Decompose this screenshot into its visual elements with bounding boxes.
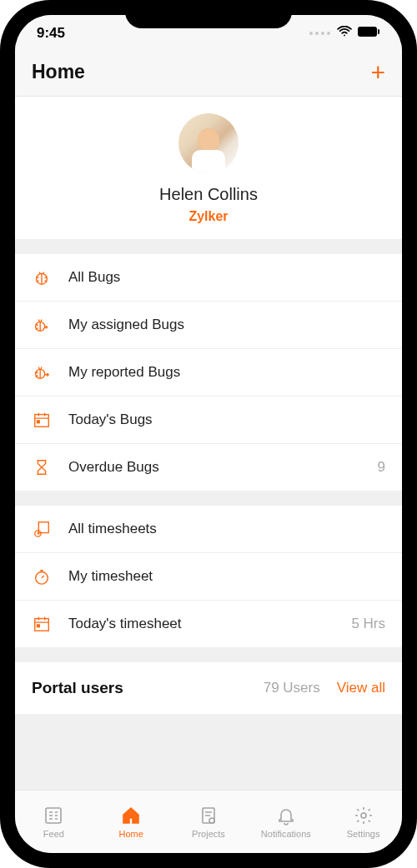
tab-label: Settings [347,829,380,839]
calendar-icon [32,614,52,634]
list-item-all-bugs[interactable]: All Bugs [15,254,402,302]
header-bar: Home + [15,52,402,97]
bug-assigned-icon [32,315,52,335]
tab-label: Notifications [261,829,311,839]
page-title: Home [32,61,85,83]
content-area: Helen Collins Zylker All Bugs My assigne… [15,97,402,790]
list-item-my-reported-bugs[interactable]: My reported Bugs [15,349,402,397]
list-label: My timesheet [68,568,385,585]
feed-icon [43,805,64,826]
tab-feed[interactable]: Feed [15,791,93,853]
svg-rect-11 [38,625,40,627]
list-badge: 9 [378,459,385,476]
section-gap [15,491,402,506]
tab-notifications[interactable]: Notifications [247,791,324,853]
svg-rect-12 [46,808,61,823]
gear-icon [353,805,374,826]
calendar-icon [32,410,52,430]
tab-projects[interactable]: Projects [170,791,248,853]
list-item-my-timesheet[interactable]: My timesheet [15,553,402,601]
portal-view-all-link[interactable]: View all [337,680,385,696]
list-label: Today's Bugs [68,412,385,428]
list-label: All timesheets [68,521,385,537]
svg-rect-0 [358,27,377,37]
portal-title: Portal users [32,679,264,697]
svg-point-15 [361,813,366,818]
wifi-icon [337,25,352,42]
list-label: All Bugs [68,269,385,286]
list-item-all-timesheets[interactable]: All timesheets [15,506,402,553]
bug-icon [32,267,52,287]
stopwatch-icon [32,566,52,586]
timesheets-section: All timesheets My timesheet Today's time… [15,506,402,647]
screen: 9:45 Home + Helen Collins Zylker [15,15,402,853]
profile-card[interactable]: Helen Collins Zylker [15,97,402,239]
timesheet-all-icon [32,519,52,539]
home-icon [120,805,142,826]
add-button[interactable]: + [370,60,385,85]
svg-point-9 [36,572,48,585]
list-label: Overdue Bugs [68,459,378,476]
avatar [178,113,239,173]
status-time: 9:45 [37,25,65,42]
svg-point-14 [209,818,214,823]
battery-icon [357,25,380,42]
list-item-todays-timesheet[interactable]: Today's timesheet 5 Hrs [15,601,402,647]
portal-users-row[interactable]: Portal users 79 Users View all [15,662,402,714]
tab-label: Projects [192,829,225,839]
list-badge: 5 Hrs [351,616,385,632]
list-item-my-assigned-bugs[interactable]: My assigned Bugs [15,302,402,349]
list-item-overdue-bugs[interactable]: Overdue Bugs 9 [15,444,402,491]
projects-icon [198,805,219,826]
profile-name: Helen Collins [15,185,402,204]
tab-home[interactable]: Home [93,791,170,853]
bug-reported-icon [32,362,52,382]
tab-label: Feed [43,829,64,839]
notch [125,0,292,28]
profile-org: Zylker [15,209,402,224]
svg-rect-1 [378,29,379,34]
list-label: My reported Bugs [68,364,385,381]
status-indicators [309,25,380,42]
signal-dots-icon [309,32,330,35]
list-label: Today's timesheet [68,616,351,632]
tab-label: Home [119,829,143,839]
svg-rect-6 [38,421,40,423]
tab-settings[interactable]: Settings [324,791,402,853]
bugs-section: All Bugs My assigned Bugs My reported Bu… [15,254,402,491]
hourglass-icon [32,457,52,477]
section-gap [15,647,402,662]
bell-icon [275,805,297,826]
phone-frame: 9:45 Home + Helen Collins Zylker [0,0,417,868]
list-item-todays-bugs[interactable]: Today's Bugs [15,397,402,444]
section-gap [15,239,402,254]
portal-count: 79 Users [264,680,320,696]
tab-bar: Feed Home Projects Notifications [15,790,402,853]
list-label: My assigned Bugs [68,317,385,333]
